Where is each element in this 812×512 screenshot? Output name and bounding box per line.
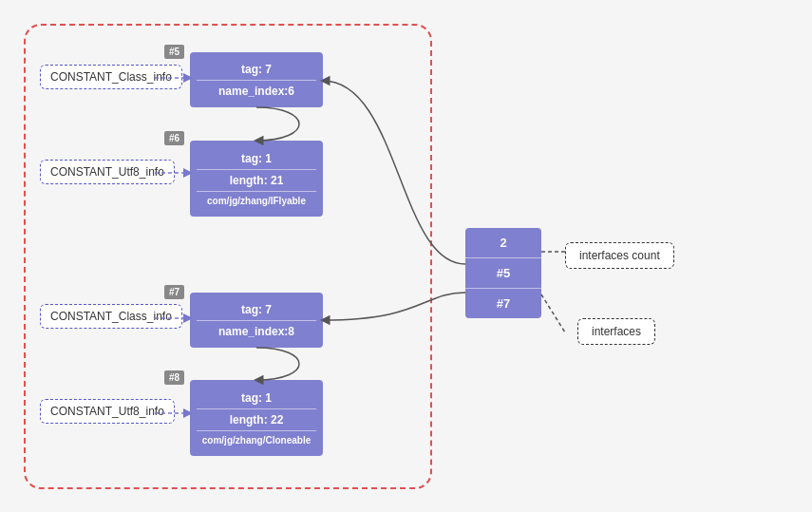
entry-7-nameindex-value: 8 [288, 325, 294, 338]
entry-7-tag-value: 7 [265, 303, 272, 316]
entry-5-nameindex-label: name_index: [218, 85, 288, 98]
entry-6-length-label: length: [230, 174, 271, 187]
entry-8-tag-label: tag: [241, 391, 265, 405]
label-constant-utf8-8: CONSTANT_Utf8_info [40, 399, 175, 424]
entry-8-string-value: com/jg/zhang/Cloneable [202, 435, 311, 446]
interfaces-count-label: interfaces count [565, 242, 674, 269]
entry-8-length-label: length: [230, 413, 271, 427]
entry-7-nameindex-label: name_index: [218, 325, 288, 338]
entry-8-length-value: 22 [271, 413, 283, 427]
label-constant-class-7: CONSTANT_Class_info [40, 304, 182, 329]
entry-5-box: tag: 7 name_index: 6 [190, 52, 323, 107]
center-interfaces-box: 2 #5 #7 [465, 228, 541, 318]
entry-6-length-value: 21 [271, 174, 283, 187]
label-constant-utf8-6: CONSTANT_Utf8_info [40, 160, 175, 184]
center-mid: #5 [465, 258, 541, 289]
entry-8-tag-value: 1 [265, 391, 272, 405]
entry-5-tag-value: 7 [265, 63, 272, 76]
badge-8: #8 [164, 370, 184, 385]
center-top: 2 [465, 228, 541, 258]
entry-7-tag-label: tag: [241, 303, 265, 316]
badge-5: #5 [164, 45, 184, 59]
entry-6-string-value: com/jg/zhang/IFlyable [207, 196, 306, 206]
entry-6-tag-value: 1 [265, 152, 272, 165]
svg-line-5 [541, 294, 565, 332]
diagram-canvas: #5 tag: 7 name_index: 6 CONSTANT_Class_i… [0, 0, 812, 512]
entry-8-box: tag: 1 length: 22 com/jg/zhang/Cloneable [190, 380, 323, 456]
entry-6-box: tag: 1 length: 21 com/jg/zhang/IFlyable [190, 141, 323, 217]
entry-5-tag-label: tag: [241, 63, 265, 76]
center-bot: #7 [465, 289, 541, 318]
interfaces-label: interfaces [577, 318, 655, 345]
entry-5-nameindex-value: 6 [288, 85, 294, 98]
badge-6: #6 [164, 131, 184, 145]
badge-7: #7 [164, 285, 184, 299]
entry-7-box: tag: 7 name_index: 8 [190, 293, 323, 348]
entry-6-tag-label: tag: [241, 152, 265, 165]
label-constant-class-5: CONSTANT_Class_info [40, 65, 182, 89]
